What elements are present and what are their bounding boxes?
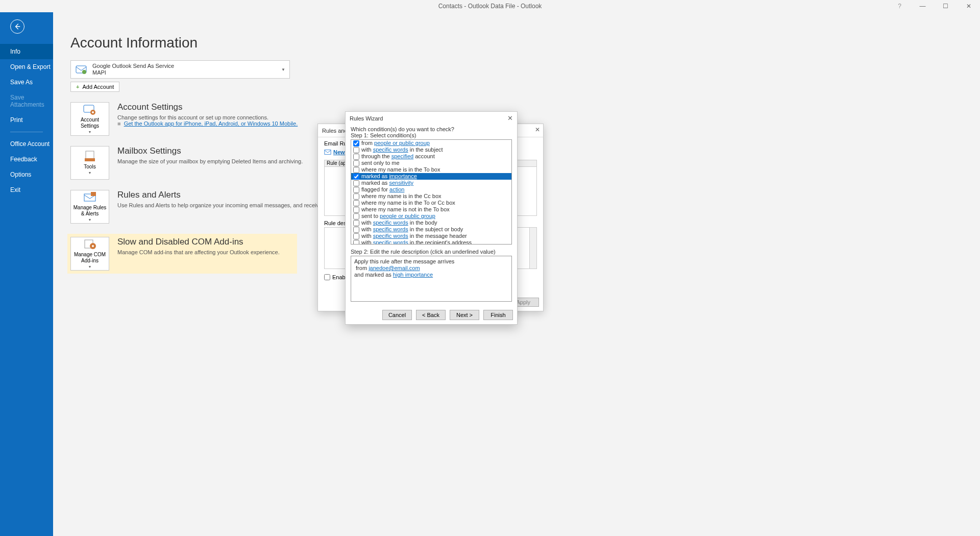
condition-checkbox[interactable] [353,213,359,220]
condition-row[interactable]: with specific words in the subject or bo… [351,226,511,233]
condition-checkbox[interactable] [353,233,359,239]
account-settings-button[interactable]: Account Settings ▼ [70,102,109,136]
conditions-list[interactable]: from people or public groupwith specific… [351,139,512,245]
section-icon [83,238,97,250]
condition-row[interactable]: with specific words in the subject [351,147,511,153]
sidebar-item-feedback[interactable]: Feedback [0,152,53,167]
sidebar-item-open-export[interactable]: Open & Export [0,59,53,75]
manage-com-add-ins-button[interactable]: Manage COM Add-ins ▼ [70,237,109,271]
minimize-button[interactable]: — [911,0,934,12]
manage-rules-alerts-button[interactable]: Manage Rules & Alerts ▼ [70,190,109,224]
svg-rect-8 [91,192,96,196]
condition-checkbox[interactable] [353,154,359,160]
app-link[interactable]: Get the Outlook app for iPhone, iPad, An… [124,120,298,127]
condition-checkbox[interactable] [353,147,359,153]
section-icon [83,103,97,115]
condition-checkbox[interactable] [353,174,359,180]
tools-button[interactable]: Tools ▼ [70,146,109,180]
condition-checkbox[interactable] [353,200,359,206]
condition-link[interactable]: specific words [373,147,408,153]
condition-row[interactable]: marked as sensitivity [351,180,511,186]
close-icon[interactable]: ✕ [535,126,540,133]
cancel-button[interactable]: Cancel [382,310,412,320]
svg-point-1 [82,70,86,74]
condition-checkbox[interactable] [353,180,359,186]
condition-checkbox[interactable] [353,193,359,200]
condition-checkbox[interactable] [353,207,359,213]
condition-row[interactable]: from people or public group [351,140,511,147]
condition-checkbox[interactable] [353,140,359,147]
condition-row[interactable]: sent only to me [351,160,511,166]
from-value-link[interactable]: janedoe@email.com [369,265,420,271]
arrow-left-icon [14,23,21,30]
sidebar-item-save-as[interactable]: Save As [0,75,53,90]
section-heading: Mailbox Settings [117,146,980,156]
new-rule-icon [324,149,331,156]
section-body: Manage the size of your mailbox by empty… [117,158,980,164]
next-button[interactable]: Next > [450,310,479,320]
condition-row[interactable]: with specific words in the message heade… [351,233,511,239]
condition-row[interactable]: where my name is in the To or Cc box [351,200,511,206]
condition-checkbox[interactable] [353,240,359,245]
close-icon[interactable]: ✕ [506,114,514,122]
chevron-down-icon: ▼ [88,264,92,270]
titlebar: Contacts - Outlook Data File - Outlook ?… [0,0,980,12]
section-body: Manage COM add-ins that are affecting yo… [117,249,297,255]
condition-checkbox[interactable] [353,160,359,166]
section-body: Use Rules and Alerts to help organize yo… [117,202,980,208]
wizard-title: Rules Wizard [350,115,383,121]
condition-link[interactable]: specific words [373,239,408,245]
condition-link[interactable]: specific words [373,220,408,226]
scrollbar[interactable] [529,228,536,269]
window-controls: ? — ☐ ✕ [888,0,980,12]
condition-row[interactable]: flagged for action [351,186,511,193]
condition-row[interactable]: where my name is in the Cc box [351,193,511,200]
sidebar-item-print[interactable]: Print [0,112,53,128]
condition-row[interactable]: marked as importance [351,173,511,180]
enable-rules-checkbox[interactable] [324,274,330,280]
sidebar-item-options[interactable]: Options [0,167,53,182]
sidebar-item-info[interactable]: Info [0,44,53,59]
finish-button[interactable]: Finish [483,310,513,320]
condition-checkbox[interactable] [353,227,359,233]
condition-link[interactable]: sensitivity [389,180,413,186]
chevron-down-icon: ▼ [88,170,92,176]
account-selector[interactable]: Google Outlook Send As Service MAPI ▼ [70,60,290,79]
close-button[interactable]: ✕ [957,0,980,12]
back-button[interactable] [10,19,24,34]
condition-row[interactable]: sent to people or public group [351,213,511,220]
wizard-question: Which condition(s) do you want to check? [351,126,512,132]
rule-description-editor[interactable]: Apply this rule after the message arrive… [351,256,512,302]
condition-row[interactable]: through the specified account [351,153,511,160]
condition-row[interactable]: with specific words in the body [351,220,511,226]
sidebar-item-office-account[interactable]: Office Account [0,136,53,152]
condition-row[interactable]: where my name is in the To box [351,166,511,173]
sidebar-item-exit[interactable]: Exit [0,182,53,198]
condition-link[interactable]: action [389,186,404,192]
chevron-down-icon: ▼ [88,129,92,135]
content-area: Account Information Google Outlook Send … [53,12,980,536]
condition-row[interactable]: where my name is not in the To box [351,206,511,213]
add-account-button[interactable]: + Add Account [70,82,119,92]
step2-label: Step 2: Edit the rule description (click… [351,249,512,255]
condition-checkbox[interactable] [353,167,359,173]
condition-row[interactable]: with specific words in the recipient's a… [351,239,511,245]
condition-link[interactable]: specific words [373,226,408,232]
plus-icon: + [76,84,79,90]
help-button[interactable]: ? [888,0,911,12]
condition-checkbox[interactable] [353,220,359,226]
section-heading: Account Settings [117,102,980,112]
sidebar-item-save-attachments: Save Attachments [0,90,53,112]
condition-link[interactable]: specific words [373,233,408,239]
desc-line1: Apply this rule after the message arrive… [354,258,508,265]
back-button[interactable]: < Back [416,310,446,320]
svg-point-4 [92,111,94,113]
condition-link[interactable]: specified [391,153,413,159]
condition-link[interactable]: people or public group [374,140,430,146]
importance-value-link[interactable]: high importance [393,272,433,278]
condition-checkbox[interactable] [353,187,359,193]
svg-rect-6 [85,158,95,161]
condition-link[interactable]: importance [389,173,416,179]
maximize-button[interactable]: ☐ [934,0,957,12]
condition-link[interactable]: people or public group [380,213,435,219]
